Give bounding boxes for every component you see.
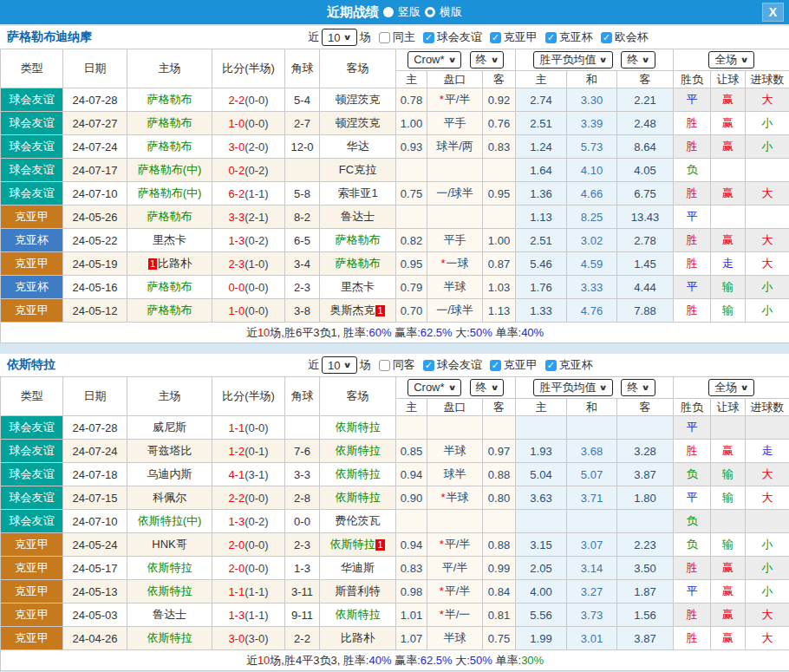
league-checkbox[interactable]: ✓ bbox=[601, 32, 612, 43]
chevron-down-icon: ∨ bbox=[642, 383, 650, 392]
chevron-down-icon: ∨ bbox=[447, 55, 456, 64]
fulltime-select-value: 全场 bbox=[714, 52, 737, 68]
col-goals: 进球数 bbox=[746, 71, 789, 88]
full-score: 1-1 bbox=[228, 585, 245, 598]
avg-select[interactable]: 胜平负均值∨ bbox=[533, 51, 612, 69]
match-score: 4-1(3-1) bbox=[212, 463, 285, 486]
handicap-cell bbox=[711, 159, 746, 182]
odds-company-select[interactable]: Crow*∨ bbox=[408, 379, 461, 396]
match-count-select[interactable]: 10∨ bbox=[322, 29, 357, 46]
summary-segment: 30% bbox=[521, 654, 544, 667]
line-text: 半球 bbox=[444, 444, 466, 457]
odds-time-select[interactable]: 终∨ bbox=[470, 379, 504, 396]
col-home: 主场 bbox=[127, 49, 212, 88]
team-name: 萨格勒布 bbox=[147, 140, 192, 153]
avg-home bbox=[516, 416, 567, 440]
goals-cell: 小 bbox=[746, 580, 789, 603]
col-handicap: 让球 bbox=[711, 71, 746, 88]
away-team: FC克拉 bbox=[320, 159, 396, 182]
league-checkbox[interactable]: ✓ bbox=[423, 360, 434, 371]
close-button[interactable]: X bbox=[762, 3, 784, 22]
avg-away: 6.75 bbox=[617, 182, 674, 206]
league-checkbox[interactable]: ✓ bbox=[423, 32, 434, 43]
team-name: 依斯特拉(中) bbox=[138, 514, 202, 527]
odds-away bbox=[483, 510, 516, 533]
summary-segment: 场,胜6平3负1, 胜率: bbox=[270, 326, 368, 339]
away-team: 费伦茨瓦 bbox=[320, 510, 396, 533]
league-checkbox[interactable]: ✓ bbox=[545, 360, 557, 371]
matches-table: 类型 日期 主场 比分(半场) 角球 客场 Crow*∨ 终∨ 胜平负均值∨ 终… bbox=[0, 376, 789, 671]
avg-home: 1.99 bbox=[516, 627, 567, 650]
match-date: 24-07-24 bbox=[63, 135, 127, 159]
chevron-down-icon: ∨ bbox=[447, 383, 456, 392]
same-side-checkbox[interactable] bbox=[379, 32, 390, 43]
section-header: 萨格勒布迪纳摩 近10∨场同主✓球会友谊✓克亚甲✓克亚杯✓欧会杯 bbox=[0, 26, 789, 49]
vertical-layout-radio[interactable] bbox=[383, 7, 394, 17]
match-row: 克亚甲24-04-26依斯特拉3-0(3-0)2-2比路朴1.07半球0.751… bbox=[1, 627, 789, 650]
league-checkbox[interactable]: ✓ bbox=[490, 360, 501, 371]
goals-cell bbox=[746, 510, 789, 533]
avg-time-select[interactable]: 终∨ bbox=[621, 51, 655, 69]
avg-time-select[interactable]: 终∨ bbox=[621, 379, 655, 396]
half-score: (0-2) bbox=[245, 234, 268, 247]
goals-cell: 小 bbox=[746, 557, 789, 580]
horizontal-layout-radio[interactable] bbox=[425, 7, 435, 17]
match-count-select[interactable]: 10∨ bbox=[322, 356, 357, 374]
odds-time-select[interactable]: 终∨ bbox=[470, 51, 504, 69]
match-row: 球会友谊24-07-27萨格勒布1-0(0-0)2-7顿涅茨克1.00平手0.7… bbox=[1, 112, 789, 135]
team-name: 萨格勒布 bbox=[336, 257, 381, 270]
line-text: 平手 bbox=[444, 233, 466, 246]
home-team: 乌迪内斯 bbox=[127, 463, 212, 486]
summary-segment: 50% bbox=[470, 326, 492, 339]
handicap-cell: 赢 bbox=[711, 627, 746, 650]
away-team: 里杰卡 bbox=[320, 276, 396, 299]
odds-away: 0.92 bbox=[483, 88, 516, 112]
avg-draw: 8.25 bbox=[567, 206, 617, 229]
half-score: (0-0) bbox=[245, 538, 268, 551]
match-date: 24-05-16 bbox=[63, 276, 127, 299]
corner-score: 8-2 bbox=[285, 206, 320, 229]
full-score: 0-2 bbox=[228, 164, 245, 177]
home-team: 威尼斯 bbox=[127, 416, 212, 440]
home-team: 依斯特拉 bbox=[127, 580, 212, 603]
match-date: 24-07-24 bbox=[63, 440, 127, 463]
full-score: 2-0 bbox=[228, 562, 245, 575]
team-name: 萨格勒布 bbox=[147, 93, 192, 106]
line-text: 球半 bbox=[444, 467, 466, 480]
avg-draw: 4.66 bbox=[567, 182, 617, 206]
result-cell: 平 bbox=[674, 206, 711, 229]
away-team: 华迪斯 bbox=[320, 557, 396, 580]
handicap-cell: 赢 bbox=[711, 112, 746, 135]
avg-home: 5.56 bbox=[516, 603, 567, 627]
league-checkbox[interactable]: ✓ bbox=[545, 32, 557, 43]
team-name: 比路朴 bbox=[341, 631, 375, 644]
goals-cell: 大 bbox=[746, 229, 789, 252]
team-name: 鲁达士 bbox=[153, 608, 186, 621]
match-date: 24-05-03 bbox=[63, 603, 127, 627]
match-row: 克亚甲24-05-03鲁达士1-3(1-1)9-11依斯特拉1.01*半/一0.… bbox=[1, 603, 789, 627]
chevron-down-icon: ∨ bbox=[642, 55, 650, 64]
fulltime-select[interactable]: 全场∨ bbox=[708, 379, 753, 396]
odds-company-select[interactable]: Crow*∨ bbox=[408, 51, 461, 69]
red-card-badge: 1 bbox=[375, 539, 384, 551]
corner-score: 2-3 bbox=[285, 533, 320, 557]
fulltime-select[interactable]: 全场∨ bbox=[708, 51, 753, 69]
team-name: 威尼斯 bbox=[153, 421, 186, 434]
type-badge: 克亚甲 bbox=[1, 206, 63, 229]
handicap-cell: 输 bbox=[711, 276, 746, 299]
corner-score: 1-3 bbox=[285, 557, 320, 580]
line-text: 平/半 bbox=[445, 538, 471, 551]
same-side-checkbox[interactable] bbox=[379, 360, 390, 371]
match-date: 24-05-19 bbox=[63, 252, 127, 276]
league-label: 克亚甲 bbox=[504, 357, 538, 373]
chevron-down-icon: ∨ bbox=[343, 33, 352, 42]
team-name: 依斯特拉 bbox=[336, 444, 381, 457]
avg-select[interactable]: 胜平负均值∨ bbox=[533, 379, 612, 396]
team-name: 顿涅茨克 bbox=[336, 116, 381, 129]
line-text: 平/半 bbox=[442, 561, 468, 574]
line-text: 一/球半 bbox=[436, 186, 473, 199]
type-badge: 球会友谊 bbox=[1, 486, 63, 510]
league-checkbox[interactable]: ✓ bbox=[490, 32, 501, 43]
half-score: (3-1) bbox=[245, 468, 268, 481]
odds-line: 平手 bbox=[427, 229, 483, 252]
